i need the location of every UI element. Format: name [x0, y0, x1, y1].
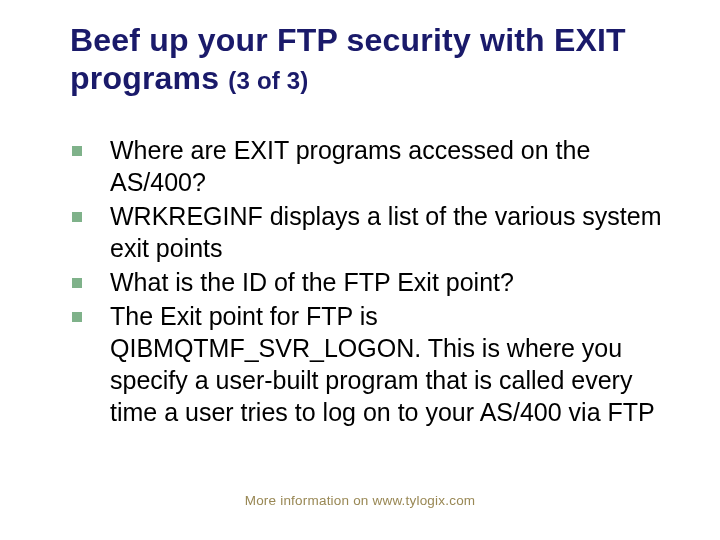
bullet-list: Where are EXIT programs accessed on the …: [70, 134, 680, 428]
title-main: Beef up your FTP security with EXIT prog…: [70, 22, 626, 96]
slide-title: Beef up your FTP security with EXIT prog…: [70, 22, 680, 98]
svg-rect-3: [72, 312, 82, 322]
bullet-text: WRKREGINF displays a list of the various…: [110, 200, 680, 264]
square-bullet-icon: [70, 200, 110, 222]
list-item: What is the ID of the FTP Exit point?: [70, 266, 680, 298]
square-bullet-icon: [70, 134, 110, 156]
slide: Beef up your FTP security with EXIT prog…: [0, 0, 720, 540]
title-sub: (3 of 3): [228, 67, 308, 94]
list-item: WRKREGINF displays a list of the various…: [70, 200, 680, 264]
svg-rect-0: [72, 146, 82, 156]
bullet-text: The Exit point for FTP is QIBMQTMF_SVR_L…: [110, 300, 680, 428]
svg-rect-2: [72, 278, 82, 288]
list-item: The Exit point for FTP is QIBMQTMF_SVR_L…: [70, 300, 680, 428]
list-item: Where are EXIT programs accessed on the …: [70, 134, 680, 198]
square-bullet-icon: [70, 266, 110, 288]
bullet-text: What is the ID of the FTP Exit point?: [110, 266, 680, 298]
square-bullet-icon: [70, 300, 110, 322]
bullet-text: Where are EXIT programs accessed on the …: [110, 134, 680, 198]
footer-text: More information on www.tylogix.com: [0, 493, 720, 508]
svg-rect-1: [72, 212, 82, 222]
